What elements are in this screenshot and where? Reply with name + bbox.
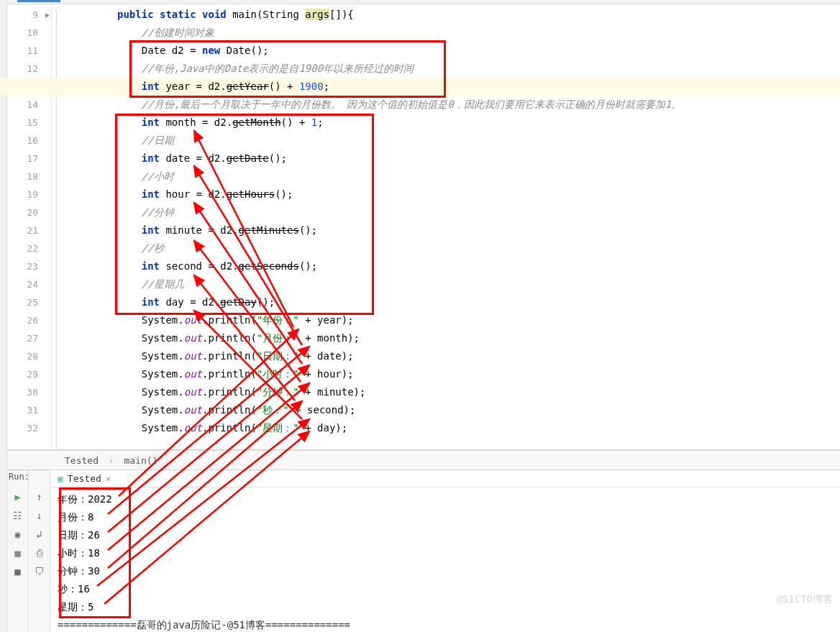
- code-line[interactable]: //创建时间对象: [63, 24, 840, 42]
- code-line[interactable]: int year = d2.getYear() + 1900;: [0, 78, 840, 96]
- line-number[interactable]: 26: [7, 311, 51, 329]
- line-number[interactable]: 16: [7, 132, 51, 150]
- code-line[interactable]: System.out.println("小时：" + hour);: [63, 365, 840, 383]
- line-number[interactable]: 20: [7, 203, 51, 221]
- console-line: 分钟：30: [58, 562, 833, 580]
- console-line: 日期：26: [58, 526, 833, 544]
- code-line[interactable]: System.out.println("秒：" + second);: [63, 401, 840, 419]
- console-line: 小时：18: [58, 544, 833, 562]
- code-line[interactable]: //秒: [63, 239, 840, 257]
- line-number[interactable]: 10: [7, 24, 51, 42]
- code-line[interactable]: //月份,最后一个月取决于一年中的月份数。 因为这个值的初始值是0，因此我们要用…: [63, 96, 840, 114]
- line-number[interactable]: 22: [7, 239, 51, 257]
- breadcrumb-method[interactable]: main(): [124, 455, 158, 466]
- watermark: @51CTO博客: [776, 593, 833, 606]
- code-line[interactable]: //星期几: [63, 275, 840, 293]
- line-number[interactable]: 11: [7, 42, 51, 60]
- code-line[interactable]: System.out.println("月份：" + month);: [63, 329, 840, 347]
- code-line[interactable]: System.out.println("年份：" + year);: [63, 311, 840, 329]
- run-content: ▣ Tested × 年份：2022月份：8日期：26小时：18分钟：30秒：1…: [50, 470, 840, 632]
- line-number[interactable]: 14: [7, 96, 51, 114]
- console-line: 月份：8: [58, 508, 833, 526]
- run-tab-icon: ▣: [58, 470, 63, 487]
- line-number[interactable]: 17: [7, 150, 51, 168]
- run-toolbar-secondary: ↑ ↓ ↲ ⎙ ⛉: [29, 470, 50, 632]
- code-line[interactable]: System.out.println("分钟：" + minute);: [63, 383, 840, 401]
- code-line[interactable]: int date = d2.getDate();: [63, 150, 840, 168]
- code-line[interactable]: //小时: [63, 168, 840, 186]
- line-number[interactable]: 12: [7, 60, 51, 78]
- code-line[interactable]: System.out.println("星期：" + day);: [63, 419, 840, 437]
- run-tab[interactable]: ▣ Tested ×: [50, 470, 840, 487]
- run-icon[interactable]: ▶: [12, 490, 24, 503]
- debug-icon[interactable]: ☷: [12, 509, 24, 522]
- code-line[interactable]: //日期: [63, 132, 840, 150]
- console-line: 年份：2022: [58, 490, 833, 508]
- run-panel-label: Run:: [9, 472, 29, 482]
- code-line[interactable]: int second = d2.getSeconds();: [63, 257, 840, 275]
- code-editor[interactable]: public static void main(String args[]){ …: [63, 4, 840, 449]
- wrap-icon[interactable]: ↲: [33, 528, 46, 541]
- code-line[interactable]: int hour = d2.getHours();: [63, 186, 840, 203]
- fold-bar[interactable]: [52, 4, 63, 449]
- code-line[interactable]: //年份,Java中的Date表示的是自1900年以来所经过的时间: [63, 60, 840, 78]
- code-line[interactable]: //分钟: [63, 203, 840, 221]
- line-number[interactable]: 23: [7, 257, 51, 275]
- line-number[interactable]: 9: [7, 6, 51, 24]
- line-number[interactable]: 30: [7, 383, 51, 401]
- line-number[interactable]: 27: [7, 329, 51, 347]
- run-toolbar-left: ▶ ☷ ◉ ▦ ■: [7, 470, 29, 632]
- line-number[interactable]: 25: [7, 293, 51, 311]
- filter-icon[interactable]: ⛉: [33, 565, 46, 578]
- code-line[interactable]: int minute = d2.getMinutes();: [63, 221, 840, 239]
- camera-icon[interactable]: ◉: [12, 528, 24, 541]
- line-number[interactable]: 24: [7, 275, 51, 293]
- line-number-gutter[interactable]: 9101112131415161718192021222324252627282…: [7, 4, 52, 449]
- code-line[interactable]: int month = d2.getMonth() + 1;: [63, 114, 840, 132]
- code-line[interactable]: System.out.println("日期：" + date);: [63, 347, 840, 365]
- print-icon[interactable]: ⎙: [33, 546, 46, 559]
- up-icon[interactable]: ↑: [33, 490, 46, 503]
- line-number[interactable]: 15: [7, 114, 51, 132]
- breadcrumb-bar[interactable]: Tested › main(): [0, 450, 840, 470]
- line-number[interactable]: 28: [7, 347, 51, 365]
- console-footer: =============磊哥的java历险记-@51博客===========…: [58, 616, 833, 632]
- console-line: 秒：16: [58, 580, 833, 598]
- active-tab-indicator: [17, 0, 60, 2]
- close-icon[interactable]: ×: [106, 470, 111, 487]
- console-output[interactable]: 年份：2022月份：8日期：26小时：18分钟：30秒：16星期：5======…: [50, 487, 840, 632]
- code-line[interactable]: public static void main(String args[]){: [63, 6, 840, 24]
- code-line[interactable]: int day = d2.getDay();: [63, 293, 840, 311]
- code-line[interactable]: Date d2 = new Date();: [63, 42, 840, 60]
- line-number[interactable]: 29: [7, 365, 51, 383]
- breadcrumb-class[interactable]: Tested: [65, 455, 99, 466]
- line-number[interactable]: 32: [7, 419, 51, 437]
- line-number[interactable]: 21: [7, 221, 51, 239]
- layout-icon[interactable]: ▦: [12, 546, 24, 559]
- down-icon[interactable]: ↓: [33, 509, 46, 522]
- stop-icon[interactable]: ■: [12, 565, 24, 578]
- line-number[interactable]: 31: [7, 401, 51, 419]
- console-line: 星期：5: [58, 598, 833, 616]
- breadcrumb-separator: ›: [109, 455, 114, 466]
- line-number[interactable]: 18: [7, 168, 51, 186]
- line-number[interactable]: 19: [7, 186, 51, 203]
- run-tab-name: Tested: [68, 470, 101, 487]
